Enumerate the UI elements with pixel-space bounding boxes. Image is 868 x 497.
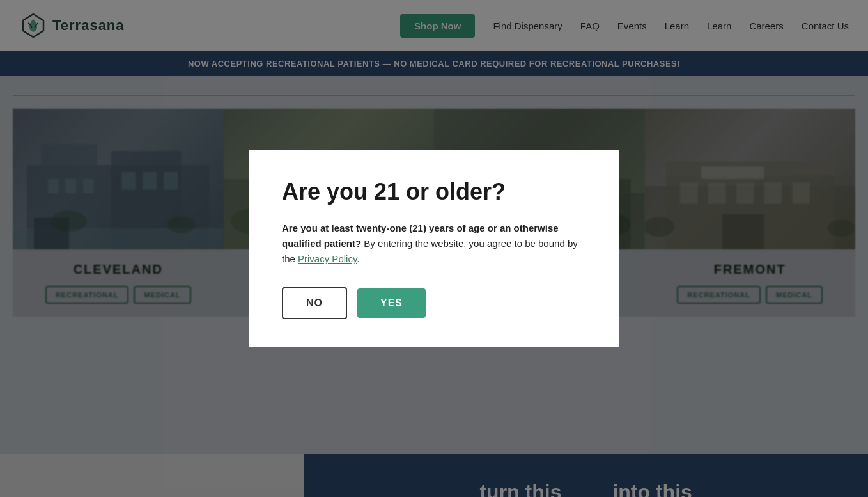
age-verification-modal: Are you 21 or older? Are you at least tw… [249, 150, 619, 347]
modal-body: Are you at least twenty-one (21) years o… [282, 221, 586, 267]
age-no-button[interactable]: NO [282, 287, 347, 319]
modal-title: Are you 21 or older? [282, 178, 586, 205]
modal-overlay: Are you 21 or older? Are you at least tw… [0, 0, 868, 497]
age-yes-button[interactable]: YES [357, 288, 426, 318]
privacy-policy-link[interactable]: Privacy Policy [298, 253, 357, 264]
modal-buttons: NO YES [282, 287, 586, 319]
modal-period: . [357, 253, 359, 264]
